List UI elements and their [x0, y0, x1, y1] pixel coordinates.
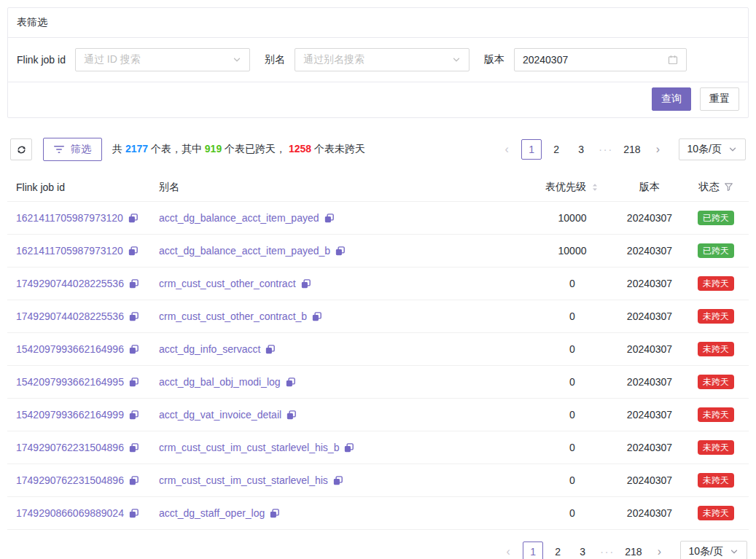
pagination-page[interactable]: 1: [523, 542, 543, 559]
flink-job-id-link[interactable]: 1749290866069889024: [16, 507, 124, 519]
toolbar: 筛选 共 2177 个表，其中 919 个表已跨天， 1258 个表未跨天 ‹ …: [7, 138, 749, 161]
table-row: 1542097993662164996 acct_dg_info_servacc…: [7, 333, 749, 366]
job-id-field-label: Flink job id: [17, 54, 66, 66]
priority-cell: 0: [529, 376, 616, 388]
alias-link[interactable]: acct_dg_vat_invoice_detail: [159, 409, 281, 421]
alias-cell: acct_dg_vat_invoice_detail: [150, 409, 529, 421]
job-id-cell: 1749290762231504896: [7, 442, 150, 453]
copy-icon[interactable]: [301, 279, 311, 289]
alias-field-label: 别名: [265, 53, 285, 66]
copy-icon[interactable]: [287, 410, 296, 420]
version-cell: 20240307: [616, 245, 683, 257]
pagination-page[interactable]: 2: [546, 139, 566, 160]
status-cell: 未跨天: [683, 342, 749, 357]
copy-icon[interactable]: [129, 509, 139, 518]
copy-icon[interactable]: [335, 246, 345, 256]
priority-cell: 0: [529, 278, 616, 289]
filter-funnel-icon[interactable]: [724, 182, 733, 192]
flink-job-id-link[interactable]: 1542097993662164996: [16, 343, 124, 355]
table-row: 1749290762231504896 crm_cust_cust_im_cus…: [7, 431, 749, 464]
pagination-next[interactable]: ›: [650, 542, 670, 559]
copy-icon[interactable]: [333, 476, 343, 485]
pagination-pages: 123···218: [521, 139, 643, 160]
copy-icon[interactable]: [129, 443, 139, 453]
flink-job-id-link[interactable]: 1749290762231504896: [16, 442, 124, 453]
pagination-page[interactable]: 2: [547, 542, 568, 559]
table-row: 1542097993662164995 acct_dg_bal_obj_modi…: [7, 366, 749, 399]
refresh-button[interactable]: [10, 138, 32, 160]
alias-cell: crm_cust_cust_im_cust_starlevel_his_b: [150, 442, 529, 453]
flink-job-id-link[interactable]: 1542097993662164999: [16, 409, 124, 421]
alias-link[interactable]: crm_cust_cust_other_contract_b: [159, 310, 307, 322]
pagination-page[interactable]: 218: [620, 139, 643, 160]
pagination-ellipsis[interactable]: ···: [596, 139, 616, 160]
header-alias: 别名: [150, 181, 529, 194]
filter-card: 表筛选 Flink job id 通过 ID 搜索 别名 通过别名搜索 版本 2…: [7, 7, 749, 118]
summary-mid1: 个表，其中: [148, 143, 205, 155]
job-id-cell: 1749290762231504896: [7, 474, 150, 486]
flink-job-id-link[interactable]: 1621411705987973120: [16, 245, 123, 257]
copy-icon[interactable]: [128, 246, 138, 256]
page-size-select[interactable]: 10条/页: [679, 138, 746, 160]
page-size-select[interactable]: 10条/页: [680, 541, 747, 559]
query-button[interactable]: 查询: [652, 87, 691, 111]
copy-icon[interactable]: [129, 345, 139, 354]
alias-link[interactable]: acct_dg_info_servacct: [159, 343, 260, 355]
copy-icon[interactable]: [265, 345, 275, 354]
copy-icon[interactable]: [129, 312, 139, 321]
copy-icon[interactable]: [344, 443, 354, 453]
version-date-picker[interactable]: 20240307: [514, 48, 687, 71]
pagination-next[interactable]: ›: [648, 139, 669, 160]
copy-icon[interactable]: [324, 214, 334, 223]
alias-link[interactable]: crm_cust_cust_other_contract: [159, 278, 296, 289]
summary-text: 共 2177 个表，其中 919 个表已跨天， 1258 个表未跨天: [112, 143, 365, 156]
table-row: 1621411705987973120 acct_dg_balance_acct…: [7, 202, 749, 235]
copy-icon[interactable]: [270, 509, 279, 518]
pagination-page[interactable]: 3: [572, 542, 593, 559]
bottom-pagination: ‹ 123···218 › 10条/页: [498, 541, 747, 559]
copy-icon[interactable]: [129, 378, 139, 387]
summary-total-count: 2177: [125, 143, 148, 155]
flink-job-id-link[interactable]: 1749290762231504896: [16, 474, 124, 486]
status-badge: 未跨天: [698, 276, 734, 292]
alias-link[interactable]: crm_cust_cust_im_cust_starlevel_his: [159, 474, 328, 486]
pagination-prev[interactable]: ‹: [496, 139, 517, 160]
table-row: 1749290866069889024 acct_dg_staff_oper_l…: [7, 497, 749, 530]
flink-job-id-link[interactable]: 1621411705987973120: [16, 212, 123, 224]
reset-button[interactable]: 重置: [700, 87, 739, 111]
pagination-prev[interactable]: ‹: [498, 542, 518, 559]
copy-icon[interactable]: [129, 279, 139, 289]
pagination-ellipsis[interactable]: ···: [597, 542, 617, 559]
alias-link[interactable]: acct_dg_staff_oper_log: [159, 507, 265, 519]
job-id-cell: 1749290744028225536: [7, 278, 150, 289]
alias-link[interactable]: acct_dg_balance_acct_item_payed_b: [159, 245, 330, 257]
alias-link[interactable]: acct_dg_bal_obj_modi_log: [159, 376, 281, 388]
copy-icon[interactable]: [129, 410, 139, 420]
sort-icon[interactable]: [591, 182, 599, 192]
copy-icon[interactable]: [286, 378, 295, 387]
status-cell: 未跨天: [683, 407, 749, 423]
job-id-select[interactable]: 通过 ID 搜索: [75, 48, 250, 71]
flink-job-id-link[interactable]: 1749290744028225536: [16, 310, 124, 322]
alias-link[interactable]: crm_cust_cust_im_cust_starlevel_his_b: [159, 442, 339, 453]
pagination-page[interactable]: 3: [571, 139, 591, 160]
copy-icon[interactable]: [129, 476, 139, 485]
alias-select[interactable]: 通过别名搜索: [295, 48, 469, 71]
filter-button[interactable]: 筛选: [43, 138, 102, 161]
job-id-cell: 1542097993662164999: [7, 409, 150, 421]
flink-job-id-link[interactable]: 1542097993662164995: [16, 376, 124, 388]
copy-icon[interactable]: [312, 312, 322, 321]
pagination-page[interactable]: 1: [521, 139, 542, 160]
chevron-down-icon: [452, 55, 461, 64]
summary-suffix: 个表未跨天: [311, 143, 365, 155]
copy-icon[interactable]: [128, 214, 138, 223]
alias-cell: acct_dg_info_servacct: [150, 343, 529, 355]
status-cell: 未跨天: [683, 309, 749, 324]
alias-link[interactable]: acct_dg_balance_acct_item_payed: [159, 212, 319, 224]
flink-job-id-link[interactable]: 1749290744028225536: [16, 278, 124, 289]
job-id-select-placeholder: 通过 ID 搜索: [84, 53, 141, 66]
status-cell: 未跨天: [683, 276, 749, 292]
pagination-page[interactable]: 218: [622, 542, 644, 559]
filter-card-title: 表筛选: [8, 8, 748, 38]
alias-cell: crm_cust_cust_im_cust_starlevel_his: [150, 474, 529, 486]
